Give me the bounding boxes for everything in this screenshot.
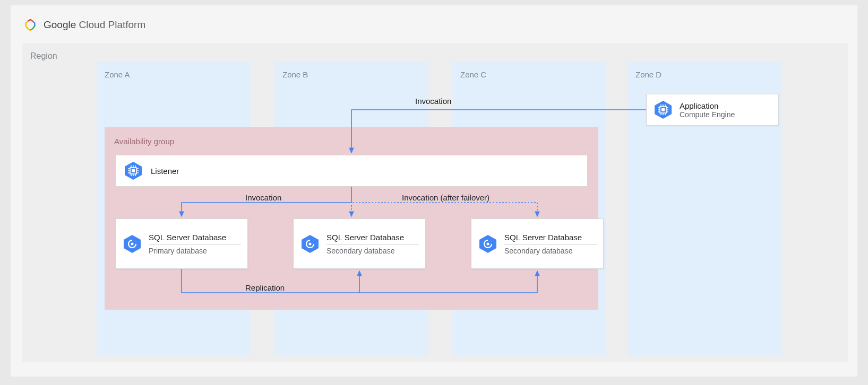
edge-label-invocation-app: Invocation (415, 97, 451, 106)
zone-d-label: Zone D (635, 70, 661, 79)
cloud-sql-icon (300, 234, 320, 254)
edge-label-replication: Replication (245, 283, 285, 292)
cloud-sql-icon (122, 234, 142, 254)
app-sub: Compute Engine (680, 110, 772, 119)
region-label: Region (30, 51, 57, 61)
app-title: Application (680, 101, 772, 110)
zone-c-label: Zone C (460, 70, 486, 79)
zone-b-label: Zone B (282, 70, 308, 79)
gcp-logo-icon (22, 17, 38, 33)
db-a-role: Primary database (149, 247, 241, 255)
cloud-sql-icon (478, 234, 498, 254)
database-node-a: SQL Server Database Primary database (115, 218, 248, 269)
diagram-canvas: Google Cloud Platform Region Zone A Zone… (11, 5, 857, 377)
listener-title: Listener (151, 167, 179, 176)
compute-engine-icon (653, 100, 673, 120)
database-node-c: SQL Server Database Secondary database (471, 218, 604, 269)
availability-group-label: Availability group (114, 137, 174, 146)
db-b-role: Secondary database (326, 247, 419, 255)
db-c-role: Secondary database (504, 247, 597, 255)
edge-label-invocation-failover: Invocation (after failover) (402, 193, 489, 202)
database-node-b: SQL Server Database Secondary database (293, 218, 426, 269)
db-b-title: SQL Server Database (326, 233, 419, 242)
db-a-title: SQL Server Database (149, 233, 241, 242)
compute-engine-icon (123, 161, 143, 181)
edge-label-invocation-listener: Invocation (245, 193, 281, 202)
gcp-logo-text: Google Cloud Platform (44, 19, 145, 31)
application-node: Application Compute Engine (646, 94, 779, 126)
listener-node: Listener (115, 155, 588, 187)
zone-a-label: Zone A (105, 70, 130, 79)
region-container: Region Zone A Zone B Zone C Zone D Avail… (22, 43, 848, 362)
db-c-title: SQL Server Database (504, 233, 597, 242)
gcp-logo-header: Google Cloud Platform (22, 17, 145, 33)
